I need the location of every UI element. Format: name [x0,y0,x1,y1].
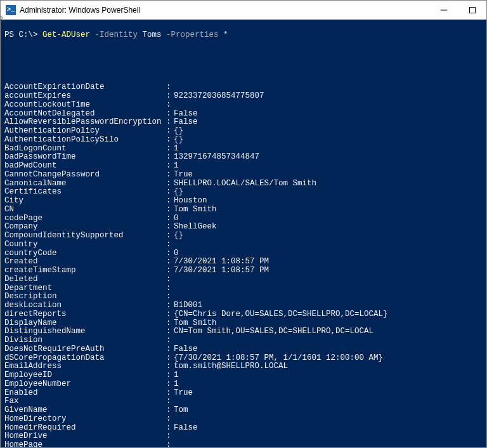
property-row: countryCode: 0 [4,249,483,258]
property-name: Department [4,284,166,293]
property-value [174,293,483,301]
property-value: {CN=Chris Dore,OU=SALES,DC=SHELLPRO,DC=L… [174,310,483,319]
property-colon: : [166,153,174,162]
property-value: {} [174,136,483,145]
property-value: False [174,345,483,354]
property-row: EmployeeID: 1 [4,371,483,380]
property-value [174,415,483,424]
property-value: False [174,424,483,433]
property-colon: : [166,240,174,249]
property-colon: : [166,214,174,223]
property-value: True [174,389,483,398]
property-colon: : [166,327,174,336]
titlebar[interactable]: >_ Administrator: Windows PowerShell [1,1,486,20]
property-row: createTimeStamp: 7/30/2021 1:08:57 PM [4,267,483,275]
property-name: Certificates [4,188,166,197]
property-value: 1 [174,145,483,154]
property-value: True [174,171,483,180]
property-value: 1 [174,380,483,389]
property-name: HomedirRequired [4,424,166,433]
property-colon: : [166,397,174,406]
property-name: EmailAddress [4,362,166,371]
property-colon: : [166,232,174,240]
blank-line [4,48,483,57]
property-value: Tom Smith [174,206,483,214]
property-name: DoesNotRequirePreAuth [4,345,166,354]
property-value [174,441,483,447]
property-colon: : [166,258,174,267]
property-colon: : [166,371,174,380]
property-row: Deleted: [4,275,483,284]
property-name: CannotChangePassword [4,171,166,180]
property-row: EmployeeNumber: 1 [4,380,483,389]
property-row: Description: [4,293,483,301]
property-name: EmployeeNumber [4,380,166,389]
property-name: badPwdCount [4,162,166,171]
property-colon: : [166,162,174,171]
property-colon: : [166,380,174,389]
property-row: HomeDirectory: [4,415,483,424]
property-value [174,284,483,293]
property-value: Tom Smith [174,319,483,328]
property-value: 0 [174,214,483,223]
maximize-button[interactable] [458,1,486,19]
window-title: Administrator: Windows PowerShell [20,6,429,15]
property-colon: : [166,249,174,258]
param-properties-value: * [219,31,228,40]
properties-list: AccountExpirationDate: accountExpires: 9… [4,83,483,447]
powershell-icon: >_ [6,5,16,15]
property-name: GivenName [4,406,166,415]
property-value [174,397,483,406]
property-colon: : [166,110,174,119]
minimize-button[interactable] [429,1,458,19]
property-row: City: Houston [4,197,483,206]
property-colon: : [166,362,174,371]
property-row: CN: Tom Smith [4,206,483,214]
property-colon: : [166,171,174,180]
property-name: HomeDirectory [4,415,166,424]
property-row: directReports: {CN=Chris Dore,OU=SALES,D… [4,310,483,319]
property-row: Enabled: True [4,389,483,398]
property-row: accountExpires: 9223372036854775807 [4,92,483,101]
property-value: 0 [174,249,483,258]
property-name: DistinguishedName [4,327,166,336]
property-name: HomeDrive [4,432,166,441]
property-colon: : [166,197,174,206]
property-row: AllowReversiblePasswordEncryption: False [4,118,483,127]
cmdlet-name: Get-ADUser [42,31,90,40]
property-row: badPasswordTime: 132971674857344847 [4,153,483,162]
property-colon: : [166,180,174,188]
property-row: Created: 7/30/2021 1:08:57 PM [4,258,483,267]
property-colon: : [166,415,174,424]
property-name: Company [4,223,166,232]
property-name: countryCode [4,249,166,258]
property-name: Country [4,240,166,249]
property-colon: : [166,406,174,415]
property-name: CompoundIdentitySupported [4,232,166,240]
property-name: BadLogonCount [4,145,166,154]
property-name: Description [4,293,166,301]
property-colon: : [166,284,174,293]
blank-line [4,66,483,75]
property-colon: : [166,83,174,92]
param-properties: -Properties [166,31,219,40]
property-colon: : [166,319,174,328]
property-colon: : [166,336,174,345]
property-row: Division: [4,336,483,345]
property-row: AuthenticationPolicySilo: {} [4,136,483,145]
property-colon: : [166,188,174,197]
property-row: HomedirRequired: False [4,424,483,433]
property-colon: : [166,301,174,310]
property-value: ShellGeek [174,223,483,232]
property-value [174,275,483,284]
property-value [174,101,483,110]
property-value: 7/30/2021 1:08:57 PM [174,267,483,275]
property-name: dSCorePropagationData [4,354,166,363]
property-value: False [174,110,483,119]
property-colon: : [166,118,174,127]
terminal-output[interactable]: PS C:\> Get-ADUser -Identity Toms -Prope… [1,20,486,447]
property-colon: : [166,432,174,441]
svg-rect-1 [469,7,475,13]
property-value [174,240,483,249]
property-value [174,83,483,92]
